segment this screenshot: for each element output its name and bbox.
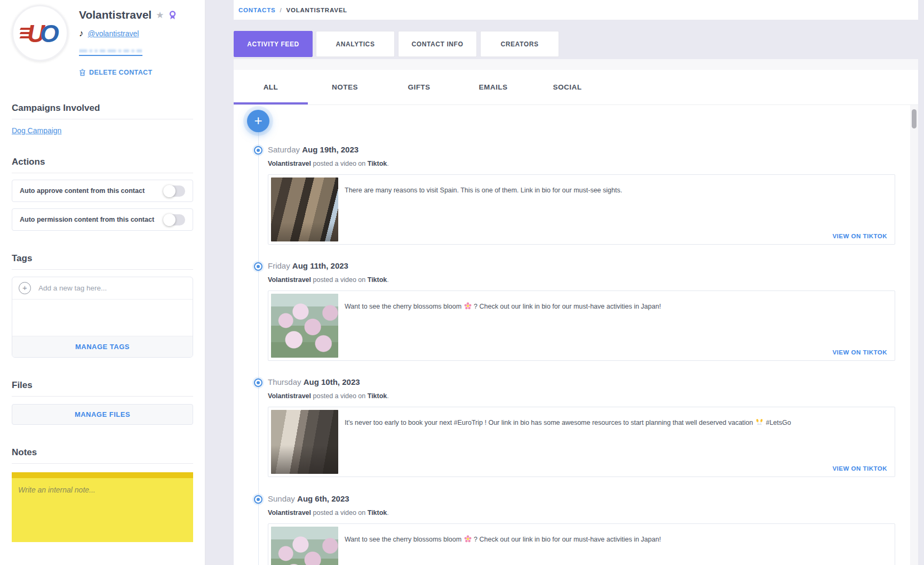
timeline-dot-icon (254, 262, 262, 271)
post-thumbnail[interactable] (271, 410, 338, 474)
post-card: There are many reasons to visit Spain. T… (268, 174, 895, 245)
entry-date: Friday Aug 11th, 2023 (268, 261, 348, 270)
auto-permission-toggle[interactable] (164, 214, 185, 225)
contact-sidebar: U O Volantistravel ★ ♪ @volantistravel (0, 0, 205, 565)
tiktok-handle-link[interactable]: @volantistravel (88, 29, 139, 38)
plus-circle-icon: + (19, 282, 31, 294)
toggle-knob (163, 185, 176, 197)
breadcrumb-contacts-link[interactable]: CONTACTS (238, 7, 275, 13)
auto-permission-label: Auto permission content from this contac… (20, 216, 154, 223)
breadcrumb-separator: / (280, 7, 282, 13)
toggle-knob (163, 214, 176, 226)
subtab-gifts[interactable]: GIFTS (382, 70, 456, 104)
post-caption: Want to see the cherry blossoms bloom ? … (345, 302, 879, 311)
contact-detail-page: U O Volantistravel ★ ♪ @volantistravel (0, 0, 924, 565)
profile-header: U O Volantistravel ★ ♪ @volantistravel (12, 5, 193, 76)
post-thumbnail[interactable] (271, 527, 338, 565)
timeline-dot-icon (254, 146, 262, 155)
campaign-link[interactable]: Dog Campaign (12, 126, 61, 135)
contact-name: Volantistravel (79, 9, 152, 21)
post-card: It's never too early to book your next #… (268, 407, 895, 477)
files-heading: Files (12, 380, 193, 397)
add-tag-input[interactable] (37, 284, 186, 293)
logo-letter-o: O (40, 19, 59, 48)
redacted-link[interactable]: ▪▪▪ ▪ ▪ ▪▪ ▪▪▪ ▪ ▪▪ ▪ ▪▪ (79, 45, 142, 56)
main-tabs: ACTIVITY FEED ANALYTICS CONTACT INFO CRE… (234, 31, 559, 57)
tab-activity-feed[interactable]: ACTIVITY FEED (234, 31, 313, 57)
tab-contact-info[interactable]: CONTACT INFO (398, 31, 477, 57)
scrollbar-track[interactable] (910, 105, 918, 565)
entry-subtitle: Volantistravel posted a video on Tiktok. (268, 276, 389, 284)
badge-award-icon (168, 10, 177, 20)
internal-note-pad (12, 472, 193, 542)
scrollbar-thumb[interactable] (912, 109, 917, 128)
auto-approve-row: Auto approve content from this contact (12, 180, 193, 202)
post-caption: There are many reasons to visit Spain. T… (345, 186, 879, 195)
panel-top-strip (234, 59, 918, 70)
entry-subtitle: Volantistravel posted a video on Tiktok. (268, 392, 389, 400)
cherry-blossom-emoji (464, 535, 472, 543)
tab-creators[interactable]: CREATORS (480, 31, 559, 57)
auto-approve-label: Auto approve content from this contact (20, 187, 145, 195)
campaigns-heading: Campaigns Involved (12, 103, 193, 119)
tags-empty-area (12, 300, 193, 336)
timeline-dot-icon (254, 378, 262, 387)
clinking-glasses-emoji (755, 418, 763, 426)
tab-analytics[interactable]: ANALYTICS (316, 31, 395, 57)
entry-date: Sunday Aug 6th, 2023 (268, 494, 349, 503)
auto-approve-toggle[interactable] (164, 185, 185, 197)
manage-files-button[interactable]: MANAGE FILES (12, 404, 193, 425)
auto-permission-row: Auto permission content from this contac… (12, 208, 193, 231)
notes-heading: Notes (12, 447, 193, 464)
manage-tags-button[interactable]: MANAGE TAGS (12, 336, 193, 357)
entry-date: Saturday Aug 19th, 2023 (268, 145, 359, 154)
star-icon[interactable]: ★ (156, 10, 164, 21)
post-thumbnail[interactable] (271, 177, 338, 241)
profile-info: Volantistravel ★ ♪ @volantistravel ▪▪▪ ▪… (79, 5, 177, 76)
entry-subtitle: Volantistravel posted a video on Tiktok. (268, 160, 389, 167)
entry-subtitle: Volantistravel posted a video on Tiktok. (268, 509, 389, 516)
post-card: Want to see the cherry blossoms bloom ? … (268, 290, 895, 361)
activity-feed: + Saturday Aug 19th, 2023 Volantistravel… (234, 105, 910, 565)
post-caption: It's never too early to book your next #… (345, 418, 879, 427)
subtab-all[interactable]: ALL (234, 70, 308, 104)
entry-date: Thursday Aug 10th, 2023 (268, 377, 360, 386)
redacted-link-text: ▪▪▪ ▪ ▪ ▪▪ ▪▪▪ ▪ ▪▪ ▪ ▪▪ (79, 47, 142, 54)
post-thumbnail[interactable] (271, 294, 338, 358)
post-card: Want to see the cherry blossoms bloom ? … (268, 523, 895, 565)
subtab-notes[interactable]: NOTES (308, 70, 382, 104)
view-on-tiktok-link[interactable]: VIEW ON TIKTOK (832, 349, 887, 356)
add-activity-button[interactable]: + (247, 110, 269, 132)
avatar: U O (12, 5, 68, 61)
breadcrumb: CONTACTS / VOLANTISTRAVEL (234, 0, 918, 20)
cherry-blossom-emoji (464, 302, 472, 310)
note-pad-top-strip (12, 472, 193, 478)
tags-box: + MANAGE TAGS (12, 277, 193, 358)
tiktok-icon: ♪ (79, 28, 84, 39)
tags-heading: Tags (12, 253, 193, 270)
feed-filter-tabs: ALL NOTES GIFTS EMAILS SOCIAL (234, 70, 918, 105)
breadcrumb-current: VOLANTISTRAVEL (286, 7, 347, 13)
actions-heading: Actions (12, 157, 193, 173)
delete-contact-button[interactable]: DELETE CONTACT (79, 69, 177, 76)
trash-icon (79, 69, 86, 76)
subtab-emails[interactable]: EMAILS (456, 70, 530, 104)
view-on-tiktok-link[interactable]: VIEW ON TIKTOK (832, 465, 887, 472)
add-tag-row: + (12, 277, 193, 300)
view-on-tiktok-link[interactable]: VIEW ON TIKTOK (832, 233, 887, 239)
post-caption: Want to see the cherry blossoms bloom ? … (345, 535, 879, 544)
subtab-social[interactable]: SOCIAL (530, 70, 604, 104)
timeline-dot-icon (254, 495, 262, 504)
internal-note-input[interactable] (12, 478, 193, 542)
